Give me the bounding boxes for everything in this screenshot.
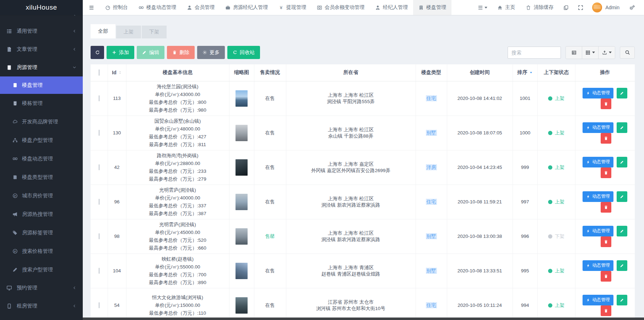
- listing-status[interactable]: 上架: [548, 199, 564, 205]
- sidebar-child-item[interactable]: 房源热搜管理: [0, 205, 83, 223]
- row-checkbox[interactable]: [99, 302, 99, 308]
- column-header-id[interactable]: Id: [108, 64, 126, 81]
- topnav-item[interactable]: 楼盘动态管理: [133, 0, 182, 15]
- topnav-item[interactable]: 会员余额变动管理: [312, 0, 370, 15]
- topnav-item[interactable]: 控制台: [100, 0, 133, 15]
- horizontal-scrollbar[interactable]: [83, 318, 644, 320]
- sidebar-child-item[interactable]: 楼栋管理: [0, 94, 83, 112]
- filter-tab[interactable]: 上架: [116, 26, 141, 38]
- column-header-info[interactable]: 楼盘基本信息: [126, 64, 229, 81]
- sidebar-group-item[interactable]: 通用管理: [0, 22, 83, 40]
- listing-type-tag[interactable]: 住宅: [426, 302, 437, 308]
- listing-status[interactable]: 上架: [548, 95, 564, 102]
- sidebar-child-item[interactable]: 搜索户型管理: [0, 260, 83, 279]
- listing-type-tag[interactable]: 别墅: [426, 233, 437, 239]
- refresh-button[interactable]: [91, 46, 104, 59]
- sidebar-group-item[interactable]: 预约管理: [0, 279, 83, 297]
- row-delete-button[interactable]: [601, 305, 611, 316]
- listing-type-tag[interactable]: 住宅: [426, 95, 437, 101]
- dynamic-manage-button[interactable]: 动态管理: [583, 260, 613, 271]
- search-button[interactable]: [620, 47, 635, 59]
- sidebar-child-item[interactable]: 开发商品牌管理: [0, 112, 83, 131]
- row-delete-button[interactable]: [601, 167, 611, 178]
- search-input[interactable]: [508, 47, 561, 59]
- dynamic-manage-button[interactable]: 动态管理: [583, 226, 613, 236]
- sidebar-child-item[interactable]: 房源标签管理: [0, 223, 83, 242]
- listing-thumbnail[interactable]: [236, 159, 248, 176]
- row-edit-button[interactable]: [617, 260, 627, 271]
- column-header-sale-status[interactable]: 售卖情况: [254, 64, 286, 81]
- listing-type-tag[interactable]: 别墅: [426, 130, 437, 136]
- listing-thumbnail[interactable]: [236, 297, 248, 314]
- admin-username[interactable]: Admin: [605, 5, 619, 10]
- row-checkbox[interactable]: [99, 164, 99, 170]
- edit-button[interactable]: 编辑: [137, 46, 164, 59]
- row-delete-button[interactable]: [601, 202, 611, 213]
- column-header-status[interactable]: 上下架状态: [537, 64, 575, 81]
- dynamic-manage-button[interactable]: 动态管理: [583, 88, 613, 98]
- column-header-province[interactable]: 所在省: [286, 64, 416, 81]
- dynamic-manage-button[interactable]: 动态管理: [583, 122, 613, 133]
- sidebar-item-clipped[interactable]: [0, 15, 83, 20]
- row-checkbox[interactable]: [99, 199, 99, 205]
- list-view-button[interactable]: [566, 47, 582, 59]
- row-checkbox[interactable]: [99, 233, 99, 239]
- listing-type-tag[interactable]: 住宅: [426, 199, 437, 205]
- column-header-created[interactable]: 创建时间: [447, 64, 513, 81]
- row-delete-button[interactable]: [601, 133, 611, 144]
- row-checkbox[interactable]: [99, 268, 99, 274]
- sidebar-group-item[interactable]: 租房管理: [0, 297, 83, 315]
- copy-button[interactable]: [559, 0, 573, 15]
- sidebar-child-item[interactable]: 楼盘户型管理: [0, 131, 83, 149]
- row-delete-button[interactable]: [601, 271, 611, 282]
- home-link[interactable]: 主页: [492, 4, 520, 11]
- sidebar-child-item[interactable]: 楼盘类型管理: [0, 168, 83, 186]
- column-header-type[interactable]: 楼盘类型: [416, 64, 447, 81]
- admin-avatar[interactable]: [592, 2, 602, 12]
- row-delete-button[interactable]: [601, 236, 611, 247]
- sidebar-child-item[interactable]: 城市房价管理: [0, 186, 83, 205]
- dynamic-manage-button[interactable]: 动态管理: [583, 191, 613, 202]
- fullscreen-button[interactable]: [573, 0, 588, 15]
- sidebar-group-item[interactable]: 文章管理: [0, 40, 83, 58]
- filter-tab[interactable]: 全部: [91, 24, 115, 38]
- listing-type-tag[interactable]: 洋房: [426, 164, 437, 170]
- listing-thumbnail[interactable]: [236, 263, 248, 279]
- columns-dropdown-button[interactable]: [582, 47, 599, 59]
- add-button[interactable]: 添加: [107, 46, 134, 59]
- settings-button[interactable]: [624, 0, 640, 15]
- row-delete-button[interactable]: [601, 98, 611, 109]
- listing-thumbnail[interactable]: [236, 90, 248, 107]
- row-edit-button[interactable]: [617, 295, 627, 305]
- topnav-item[interactable]: 房源经纪人管理: [220, 0, 273, 15]
- dynamic-manage-button[interactable]: 动态管理: [583, 157, 613, 167]
- row-edit-button[interactable]: [617, 226, 627, 236]
- sidebar-child-item[interactable]: 楼盘管理: [0, 76, 83, 94]
- row-edit-button[interactable]: [617, 157, 627, 167]
- listing-thumbnail[interactable]: [236, 194, 248, 210]
- listing-status[interactable]: 下架: [548, 233, 564, 240]
- row-checkbox[interactable]: [99, 130, 99, 136]
- sidebar-child-item[interactable]: 搜索价格管理: [0, 242, 83, 260]
- select-all-checkbox[interactable]: [99, 69, 99, 76]
- listing-status[interactable]: 上架: [548, 302, 564, 309]
- recycle-bin-button[interactable]: 回收站: [227, 46, 260, 59]
- listing-thumbnail[interactable]: [236, 125, 248, 141]
- filter-tab[interactable]: 下架: [142, 26, 167, 38]
- dynamic-manage-button[interactable]: 动态管理: [583, 295, 613, 305]
- row-checkbox[interactable]: [99, 95, 99, 101]
- row-edit-button[interactable]: [617, 122, 627, 133]
- listing-type-tag[interactable]: 别墅: [426, 268, 437, 274]
- listing-status[interactable]: 上架: [548, 164, 564, 171]
- menu-list-dropdown[interactable]: [473, 0, 492, 15]
- row-edit-button[interactable]: [617, 191, 627, 202]
- sidebar-group-item[interactable]: 房源管理: [0, 58, 83, 76]
- topnav-item[interactable]: 提现管理: [273, 0, 312, 15]
- export-dropdown-button[interactable]: [599, 47, 615, 59]
- sidebar-child-item[interactable]: 楼盘动态管理: [0, 149, 83, 168]
- topnav-item[interactable]: 会员管理: [182, 0, 220, 15]
- listing-status[interactable]: 上架: [548, 268, 564, 274]
- delete-button[interactable]: 删除: [167, 46, 195, 59]
- topnav-item[interactable]: 楼盘管理: [413, 0, 451, 15]
- topnav-item[interactable]: 经纪人管理: [370, 0, 413, 15]
